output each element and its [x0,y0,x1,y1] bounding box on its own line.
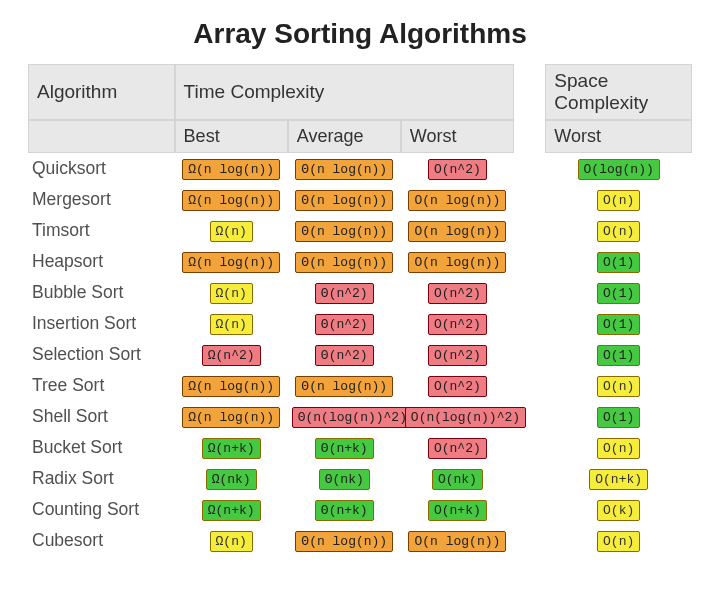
cell: Θ(n log(n)) [288,525,401,556]
cell: O(n+k) [401,494,514,525]
header-gap [514,120,545,153]
complexity-space: O(n) [597,438,640,459]
complexity-average: Θ(n log(n)) [295,531,393,552]
cell: Θ(n log(n)) [288,184,401,215]
cell: O(nk) [401,463,514,494]
table-row: Radix SortΩ(nk)Θ(nk)O(nk)O(n+k) [28,463,692,494]
header-average: Average [288,120,401,153]
cell: O(n log(n)) [401,525,514,556]
complexity-average: Θ(nk) [319,469,370,490]
gap-cell [514,432,545,463]
complexity-average: Θ(n^2) [315,283,374,304]
cell: O(n) [545,432,692,463]
cell: Ω(n^2) [175,339,288,370]
cell: Θ(n+k) [288,432,401,463]
table-row: Bucket SortΩ(n+k)Θ(n+k)O(n^2)O(n) [28,432,692,463]
header-space: Space Complexity [545,64,692,120]
cell: Ω(n) [175,308,288,339]
complexity-space: O(1) [597,252,640,273]
cell: Ω(n+k) [175,494,288,525]
header-best: Best [175,120,288,153]
complexity-space: O(1) [597,345,640,366]
table-row: Bubble SortΩ(n)Θ(n^2)O(n^2)O(1) [28,277,692,308]
complexity-best: Ω(n+k) [202,500,261,521]
gap-cell [514,463,545,494]
complexity-space: O(n) [597,376,640,397]
header-algorithm: Algorithm [28,64,175,120]
complexity-worst: O(n log(n)) [408,221,506,242]
complexity-worst: O(n^2) [428,438,487,459]
gap-cell [514,370,545,401]
cell: O(1) [545,401,692,432]
algorithm-name: Quicksort [28,153,175,184]
cell: O(1) [545,246,692,277]
cell: O(1) [545,277,692,308]
table-row: Insertion SortΩ(n)Θ(n^2)O(n^2)O(1) [28,308,692,339]
cell: Θ(n(log(n))^2) [288,401,401,432]
cell: Ω(n log(n)) [175,184,288,215]
table-row: MergesortΩ(n log(n))Θ(n log(n))O(n log(n… [28,184,692,215]
cell: O(n) [545,525,692,556]
complexity-worst: O(n^2) [428,314,487,335]
complexity-average: Θ(n log(n)) [295,221,393,242]
header-worst-space: Worst [545,120,692,153]
header-row-1: Algorithm Time Complexity Space Complexi… [28,64,692,120]
gap-cell [514,153,545,184]
cell: Ω(n log(n)) [175,153,288,184]
cell: Ω(n+k) [175,432,288,463]
cell: O(n log(n)) [401,246,514,277]
complexity-space: O(1) [597,407,640,428]
algorithm-name: Bubble Sort [28,277,175,308]
complexity-worst: O(n^2) [428,345,487,366]
complexity-best: Ω(n+k) [202,438,261,459]
page-title: Array Sorting Algorithms [28,18,692,50]
gap-cell [514,277,545,308]
cell: O(n^2) [401,308,514,339]
complexity-worst: O(n^2) [428,283,487,304]
table-row: CubesortΩ(n)Θ(n log(n))O(n log(n))O(n) [28,525,692,556]
complexity-worst: O(n log(n)) [408,531,506,552]
cell: O(n) [545,370,692,401]
cell: Ω(n log(n)) [175,401,288,432]
cell: Ω(n) [175,525,288,556]
cell: Θ(n log(n)) [288,153,401,184]
cell: Θ(n^2) [288,339,401,370]
cell: Ω(n log(n)) [175,246,288,277]
complexity-space: O(1) [597,283,640,304]
cell: O(n(log(n))^2) [401,401,514,432]
cell: O(1) [545,308,692,339]
cell: O(1) [545,339,692,370]
header-time: Time Complexity [175,64,514,120]
complexity-average: Θ(n log(n)) [295,252,393,273]
complexity-best: Ω(n log(n)) [182,190,280,211]
complexity-best: Ω(nk) [206,469,257,490]
algorithm-name: Insertion Sort [28,308,175,339]
cell: Θ(n log(n)) [288,215,401,246]
cell: Θ(n log(n)) [288,246,401,277]
complexity-space: O(k) [597,500,640,521]
complexity-best: Ω(n log(n)) [182,252,280,273]
algorithm-name: Cubesort [28,525,175,556]
cell: O(n+k) [545,463,692,494]
gap-cell [514,525,545,556]
algorithm-name: Selection Sort [28,339,175,370]
gap-cell [514,246,545,277]
algorithm-name: Shell Sort [28,401,175,432]
algorithm-name: Heapsort [28,246,175,277]
complexity-worst: O(n log(n)) [408,190,506,211]
complexity-worst: O(n+k) [428,500,487,521]
cell: Θ(n+k) [288,494,401,525]
complexity-space: O(1) [597,314,640,335]
complexity-best: Ω(n) [210,531,253,552]
header-row-2: Best Average Worst Worst [28,120,692,153]
complexity-space: O(n+k) [589,469,648,490]
cell: Ω(n) [175,215,288,246]
complexity-best: Ω(n) [210,221,253,242]
complexity-space: O(n) [597,190,640,211]
cell: O(n log(n)) [401,215,514,246]
cell: Ω(n log(n)) [175,370,288,401]
gap-cell [514,184,545,215]
gap-cell [514,339,545,370]
algorithm-name: Mergesort [28,184,175,215]
complexity-average: Θ(n+k) [315,500,374,521]
